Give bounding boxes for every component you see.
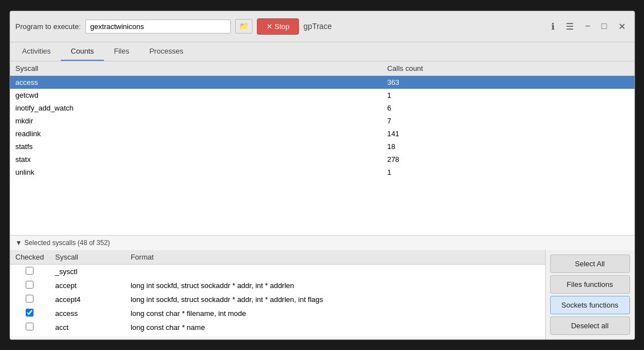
table-row[interactable]: statx 278	[10, 153, 635, 166]
count-cell: 1	[381, 89, 634, 102]
tab-processes[interactable]: Processes	[139, 42, 193, 61]
deselect-all-button[interactable]: Deselect all	[550, 317, 630, 335]
syscall-name-cell: accept4	[50, 293, 125, 306]
program-input[interactable]	[85, 20, 231, 33]
tab-activities-label: Activities	[22, 47, 51, 55]
col-format: Format	[125, 250, 545, 265]
main-window: Program to execute: 📁 ✕ Stop gpTrace ℹ ☰…	[9, 11, 635, 340]
app-title: gpTrace	[303, 22, 543, 31]
syscall-name-cell: _sysctl	[50, 264, 125, 279]
tab-counts-label: Counts	[71, 47, 94, 55]
count-cell: 363	[381, 75, 634, 89]
program-label: Program to execute:	[16, 22, 81, 31]
format-cell: long const char * name	[125, 320, 545, 334]
sockets-functions-button[interactable]: Sockets functions	[550, 296, 630, 314]
checkbox-cell[interactable]	[10, 306, 50, 320]
table-row[interactable]: statfs 18	[10, 140, 635, 153]
format-cell: long int sockfd, struct sockaddr * addr,…	[125, 293, 545, 306]
minimize-button[interactable]: −	[581, 20, 593, 32]
format-cell: long int sockfd, struct sockaddr * addr,…	[125, 279, 545, 293]
syscall-name-cell: acct	[50, 320, 125, 334]
col-checked: Checked	[10, 250, 50, 265]
count-cell: 278	[381, 153, 634, 166]
syscall-checkbox[interactable]	[26, 323, 34, 330]
selected-syscalls-header[interactable]: ▼ Selected syscalls (48 of 352)	[10, 236, 635, 250]
selected-syscalls-label: Selected syscalls (48 of 352)	[24, 239, 109, 247]
maximize-button[interactable]: □	[598, 20, 610, 32]
stop-icon: ✕	[266, 22, 273, 31]
menu-button[interactable]: ☰	[562, 20, 577, 33]
info-button[interactable]: ℹ	[548, 20, 558, 33]
count-cell: 6	[381, 102, 634, 114]
tab-activities[interactable]: Activities	[12, 42, 61, 61]
browse-button[interactable]: 📁	[235, 19, 252, 33]
table-row[interactable]: unlink 1	[10, 166, 635, 179]
table-row[interactable]: access 363	[10, 75, 635, 89]
format-cell	[125, 264, 545, 279]
syscall-cell: getcwd	[10, 89, 382, 102]
table-row[interactable]: readlink 141	[10, 127, 635, 140]
bottom-section: ▼ Selected syscalls (48 of 352) Checked …	[10, 235, 635, 339]
tab-bar: Activities Counts Files Processes	[10, 42, 635, 61]
col-calls-count: Calls count	[381, 61, 634, 76]
syscall-cell: statx	[10, 153, 382, 166]
right-buttons: Select All Files functions Sockets funct…	[545, 250, 635, 339]
list-item: accept long int sockfd, struct sockaddr …	[10, 279, 545, 293]
bottom-content: Checked Syscall Format _sysctl accept lo…	[10, 250, 635, 339]
syscall-checkbox[interactable]	[26, 309, 34, 317]
main-content: Syscall Calls count access 363 getcwd 1 …	[10, 61, 635, 339]
format-cell: long const char * filename, int mode	[125, 306, 545, 320]
stop-button[interactable]: ✕ Stop	[257, 18, 299, 35]
list-item: acct long const char * name	[10, 320, 545, 334]
stop-label: Stop	[275, 22, 290, 31]
list-item: access long const char * filename, int m…	[10, 306, 545, 320]
count-cell: 18	[381, 140, 634, 153]
list-item: accept4 long int sockfd, struct sockaddr…	[10, 293, 545, 306]
count-cell: 7	[381, 114, 634, 127]
count-cell: 1	[381, 166, 634, 179]
list-item: _sysctl	[10, 264, 545, 279]
syscall-checkbox[interactable]	[26, 295, 34, 303]
table-row[interactable]: mkdir 7	[10, 114, 635, 127]
tab-processes-label: Processes	[149, 47, 183, 55]
syscall-cell: mkdir	[10, 114, 382, 127]
syscall-list-table: Checked Syscall Format _sysctl accept lo…	[10, 250, 545, 334]
files-functions-button[interactable]: Files functions	[550, 275, 630, 294]
syscall-cell: statfs	[10, 140, 382, 153]
col-syscall: Syscall	[10, 61, 382, 76]
checkbox-cell[interactable]	[10, 320, 50, 334]
syscall-checkbox[interactable]	[26, 281, 34, 289]
syscall-cell: readlink	[10, 127, 382, 140]
tab-files[interactable]: Files	[104, 42, 139, 61]
close-button[interactable]: ✕	[615, 20, 629, 33]
select-all-button[interactable]: Select All	[550, 255, 630, 273]
syscall-cell: access	[10, 75, 382, 89]
window-controls: ℹ ☰ − □ ✕	[548, 20, 628, 33]
count-cell: 141	[381, 127, 634, 140]
checkbox-cell[interactable]	[10, 293, 50, 306]
col-syscall-name: Syscall	[50, 250, 125, 265]
syscall-checkbox[interactable]	[26, 267, 34, 275]
syscall-cell: inotify_add_watch	[10, 102, 382, 114]
table-row[interactable]: inotify_add_watch 6	[10, 102, 635, 114]
checkbox-cell[interactable]	[10, 264, 50, 279]
syscall-cell: unlink	[10, 166, 382, 179]
syscall-list-area: Checked Syscall Format _sysctl accept lo…	[10, 250, 545, 337]
counts-table-section: Syscall Calls count access 363 getcwd 1 …	[10, 61, 635, 235]
collapse-icon: ▼	[16, 239, 22, 247]
checkbox-cell[interactable]	[10, 279, 50, 293]
tab-files-label: Files	[114, 47, 129, 55]
counts-table: Syscall Calls count access 363 getcwd 1 …	[10, 61, 635, 179]
table-row[interactable]: getcwd 1	[10, 89, 635, 102]
syscall-name-cell: accept	[50, 279, 125, 293]
syscall-name-cell: access	[50, 306, 125, 320]
tab-counts[interactable]: Counts	[61, 42, 104, 61]
titlebar: Program to execute: 📁 ✕ Stop gpTrace ℹ ☰…	[10, 11, 635, 42]
